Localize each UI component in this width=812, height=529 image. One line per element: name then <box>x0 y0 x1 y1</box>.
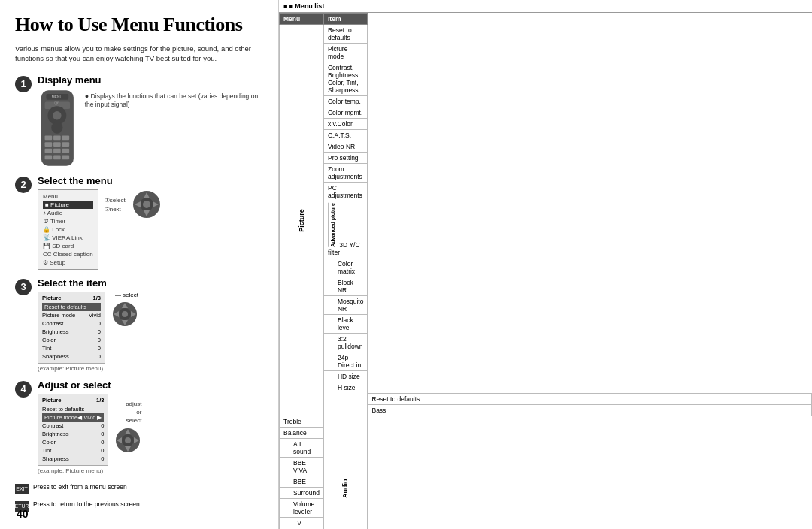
video-nr-row: Video NR <box>323 141 368 153</box>
step-4-adjust-label: adjustorselect <box>126 400 141 425</box>
step-1-number: 1 <box>15 76 32 92</box>
svg-rect-9 <box>62 135 70 140</box>
step-4-title: Adjust or select <box>38 379 263 391</box>
svg-rect-7 <box>45 135 53 140</box>
return-note-text: Press to return to the previous screen <box>33 500 140 509</box>
zoom-adj-row: Zoom adjustments <box>323 164 368 183</box>
surround-row: Surround <box>280 487 324 498</box>
color-matrix-row: Color matrix <box>323 258 368 277</box>
intro-text: Various menus allow you to make settings… <box>15 44 263 64</box>
black-level-row: Black level <box>323 314 368 333</box>
audio-section-label: Audio <box>323 393 368 529</box>
xv-color-row: x.v.Color <box>323 119 368 130</box>
color-mgmt-row: Color mgmt. <box>323 107 368 119</box>
picture-mode-row: Picture mode <box>323 44 368 62</box>
step-3-picture-menu: Picture1/3 Reset to defaults Picture mod… <box>38 292 105 364</box>
bbe-row: BBE <box>280 476 324 487</box>
menu-table: Menu Item Picture Reset to defaults Pict… <box>279 13 812 529</box>
step-2-number: 2 <box>15 177 32 193</box>
step-4-picture-menu: Picture1/3 Reset to defaults Picture mod… <box>38 394 108 466</box>
svg-rect-8 <box>53 135 61 140</box>
svg-text:☞: ☞ <box>54 100 59 107</box>
step-1-title: Display menu <box>38 74 263 86</box>
step-1-note: Displays the functions that can be set (… <box>85 92 263 110</box>
step-3-dpad <box>111 301 138 328</box>
tv-speakers-row: TV speakers <box>280 517 324 529</box>
remote-dpad-svg <box>132 189 162 219</box>
svg-rect-10 <box>45 142 53 147</box>
step-3-number: 3 <box>15 279 32 295</box>
svg-rect-15 <box>62 148 70 153</box>
step-2-arrow-2: ②next <box>105 206 126 213</box>
cats-row: C.A.T.S. <box>323 130 368 141</box>
audio-reset-row: Reset to defaults <box>368 393 812 404</box>
direct-in-row: 24p Direct in <box>323 352 368 370</box>
svg-rect-17 <box>53 155 61 159</box>
svg-point-5 <box>53 111 61 119</box>
col-menu-header: Menu <box>280 14 324 25</box>
step-4-number: 4 <box>15 381 32 398</box>
step-3-title: Select the item <box>38 277 263 289</box>
block-nr-row: Block NR <box>323 277 368 295</box>
svg-rect-11 <box>53 142 61 147</box>
pulldown-row: 3:2 pulldown <box>323 333 368 352</box>
svg-point-36 <box>125 437 131 443</box>
svg-point-29 <box>122 311 128 317</box>
exit-note-text: Press to exit from a menu screen <box>33 483 127 492</box>
reset-defaults-row: Reset to defaults <box>323 25 368 44</box>
color-temp-row: Color temp. <box>323 96 368 107</box>
pc-adj-row: PC adjustments <box>323 183 368 201</box>
bbe-viva-row: BBE ViVA <box>280 457 324 476</box>
step-4-caption: (example: Picture menu) <box>38 467 263 474</box>
col-item-header: Item <box>323 14 368 25</box>
pro-setting-row: Pro setting <box>323 153 368 164</box>
step-2-title: Select the menu <box>38 175 263 186</box>
step-2-menu-list: Menu ■ Picture ♪ Audio ⏱ Timer 🔒 Lock 📡 … <box>38 189 98 270</box>
step-3-select-label: — select <box>115 292 138 298</box>
step-3-caption: (example: Picture menu) <box>38 365 263 372</box>
menu-list-header: ■ ■ Menu list <box>279 0 812 13</box>
hd-size-row: HD size <box>323 370 368 382</box>
svg-point-22 <box>143 201 150 208</box>
balance-row: Balance <box>280 427 324 438</box>
page-title: How to Use Menu Functions <box>15 14 263 36</box>
picture-section-label: Picture <box>280 25 324 416</box>
remote-svg-1: MENU <box>38 89 77 168</box>
treble-row: Treble <box>280 416 324 427</box>
svg-rect-12 <box>62 142 70 147</box>
svg-point-6 <box>51 122 62 133</box>
mosquito-nr-row: Mosquito NR <box>323 295 368 314</box>
svg-rect-14 <box>53 148 61 153</box>
h-size-row: H size <box>323 382 368 393</box>
bass-row: Bass <box>368 404 812 416</box>
svg-rect-18 <box>62 155 70 159</box>
page-number: 40 <box>17 508 29 520</box>
contrast-brightness-row: Contrast, Brightness,Color, Tint, Sharpn… <box>323 62 368 96</box>
svg-rect-16 <box>45 155 53 159</box>
exit-icon: EXIT <box>15 484 29 494</box>
step-4-dpad <box>114 427 141 454</box>
svg-text:MENU: MENU <box>52 95 63 98</box>
ai-sound-row: A.I. sound <box>280 438 324 457</box>
svg-rect-13 <box>45 148 53 153</box>
adv-picture-label: Advanced picture 3D Y/C filter <box>323 201 368 258</box>
volume-leveler-row: Volume leveler <box>280 498 324 517</box>
step-2-arrow-1: ①select <box>105 197 126 204</box>
